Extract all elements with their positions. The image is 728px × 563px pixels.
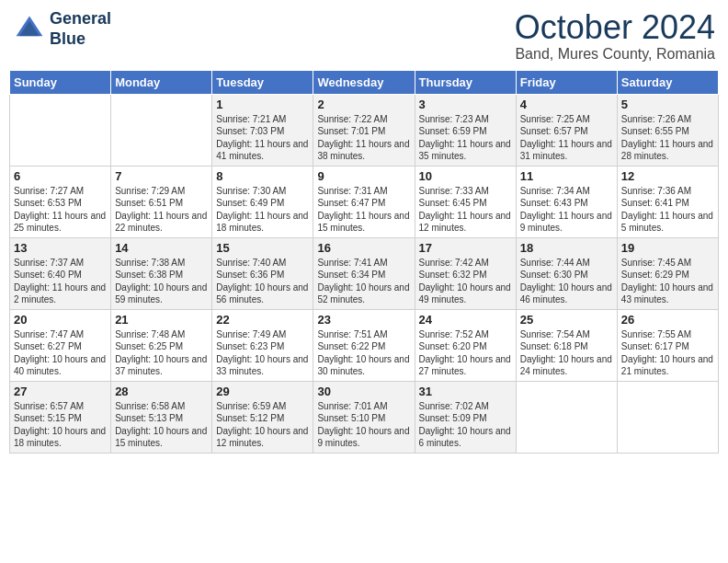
day-number: 11 — [520, 169, 613, 183]
cell-info: Sunrise: 7:38 AMSunset: 6:38 PMDaylight:… — [115, 257, 208, 306]
calendar-cell: 18Sunrise: 7:44 AMSunset: 6:30 PMDayligh… — [516, 237, 617, 309]
calendar-cell: 23Sunrise: 7:51 AMSunset: 6:22 PMDayligh… — [313, 309, 415, 381]
calendar-table: SundayMondayTuesdayWednesdayThursdayFrid… — [9, 70, 719, 454]
logo: General Blue — [13, 9, 111, 49]
calendar-cell: 16Sunrise: 7:41 AMSunset: 6:34 PMDayligh… — [313, 237, 415, 309]
calendar-cell — [111, 94, 212, 166]
cell-info: Sunrise: 7:30 AMSunset: 6:49 PMDaylight:… — [216, 185, 309, 235]
cell-info: Sunrise: 7:41 AMSunset: 6:34 PMDaylight:… — [317, 257, 410, 306]
cell-info: Sunrise: 7:23 AMSunset: 6:59 PMDaylight:… — [419, 113, 512, 163]
cell-info: Sunrise: 6:59 AMSunset: 5:12 PMDaylight:… — [216, 400, 309, 450]
calendar-cell — [10, 94, 111, 166]
day-number: 19 — [621, 241, 714, 255]
location-title: Band, Mures County, Romania — [515, 46, 715, 63]
calendar-cell: 8Sunrise: 7:30 AMSunset: 6:49 PMDaylight… — [212, 166, 313, 237]
cell-info: Sunrise: 7:42 AMSunset: 6:32 PMDaylight:… — [419, 257, 512, 306]
calendar-cell: 21Sunrise: 7:48 AMSunset: 6:25 PMDayligh… — [111, 309, 212, 381]
day-header-friday: Friday — [516, 70, 617, 94]
calendar-cell: 4Sunrise: 7:25 AMSunset: 6:57 PMDaylight… — [516, 94, 617, 166]
day-number: 15 — [216, 241, 309, 255]
cell-info: Sunrise: 7:34 AMSunset: 6:43 PMDaylight:… — [520, 185, 613, 235]
cell-info: Sunrise: 6:57 AMSunset: 5:15 PMDaylight:… — [14, 400, 107, 450]
cell-info: Sunrise: 7:29 AMSunset: 6:51 PMDaylight:… — [115, 185, 208, 235]
calendar-cell: 22Sunrise: 7:49 AMSunset: 6:23 PMDayligh… — [212, 309, 313, 381]
calendar-cell: 10Sunrise: 7:33 AMSunset: 6:45 PMDayligh… — [415, 166, 516, 237]
cell-info: Sunrise: 7:47 AMSunset: 6:27 PMDaylight:… — [14, 328, 107, 378]
day-number: 12 — [621, 169, 714, 183]
day-number: 21 — [115, 313, 208, 327]
cell-info: Sunrise: 7:22 AMSunset: 7:01 PMDaylight:… — [317, 113, 410, 163]
calendar-cell: 7Sunrise: 7:29 AMSunset: 6:51 PMDaylight… — [111, 166, 212, 237]
day-number: 1 — [216, 98, 309, 111]
day-header-thursday: Thursday — [415, 70, 516, 94]
day-number: 26 — [621, 313, 714, 327]
day-number: 2 — [317, 98, 410, 111]
calendar-cell: 6Sunrise: 7:27 AMSunset: 6:53 PMDaylight… — [10, 166, 111, 237]
cell-info: Sunrise: 7:44 AMSunset: 6:30 PMDaylight:… — [520, 257, 613, 306]
cell-info: Sunrise: 7:52 AMSunset: 6:20 PMDaylight:… — [419, 328, 512, 378]
cell-info: Sunrise: 7:01 AMSunset: 5:10 PMDaylight:… — [317, 400, 410, 450]
calendar-cell: 24Sunrise: 7:52 AMSunset: 6:20 PMDayligh… — [415, 309, 516, 381]
day-header-sunday: Sunday — [10, 70, 111, 94]
cell-info: Sunrise: 7:26 AMSunset: 6:55 PMDaylight:… — [621, 113, 714, 163]
calendar-cell: 29Sunrise: 6:59 AMSunset: 5:12 PMDayligh… — [212, 381, 313, 453]
cell-info: Sunrise: 7:27 AMSunset: 6:53 PMDaylight:… — [14, 185, 107, 235]
calendar-cell — [516, 381, 617, 453]
calendar-cell: 26Sunrise: 7:55 AMSunset: 6:17 PMDayligh… — [617, 309, 718, 381]
day-number: 8 — [216, 169, 309, 183]
calendar-week-row: 20Sunrise: 7:47 AMSunset: 6:27 PMDayligh… — [10, 309, 719, 381]
day-header-wednesday: Wednesday — [313, 70, 415, 94]
day-number: 22 — [216, 313, 309, 327]
calendar-header-row: SundayMondayTuesdayWednesdayThursdayFrid… — [10, 70, 719, 94]
cell-info: Sunrise: 7:21 AMSunset: 7:03 PMDaylight:… — [216, 113, 309, 163]
calendar-cell: 27Sunrise: 6:57 AMSunset: 5:15 PMDayligh… — [10, 381, 111, 453]
day-number: 27 — [14, 385, 107, 398]
cell-info: Sunrise: 7:25 AMSunset: 6:57 PMDaylight:… — [520, 113, 613, 163]
day-number: 28 — [115, 385, 208, 398]
day-number: 4 — [520, 98, 613, 111]
calendar-cell: 13Sunrise: 7:37 AMSunset: 6:40 PMDayligh… — [10, 237, 111, 309]
day-number: 3 — [419, 98, 512, 111]
cell-info: Sunrise: 6:58 AMSunset: 5:13 PMDaylight:… — [115, 400, 208, 450]
cell-info: Sunrise: 7:45 AMSunset: 6:29 PMDaylight:… — [621, 257, 714, 306]
cell-info: Sunrise: 7:51 AMSunset: 6:22 PMDaylight:… — [317, 328, 410, 378]
cell-info: Sunrise: 7:55 AMSunset: 6:17 PMDaylight:… — [621, 328, 714, 378]
cell-info: Sunrise: 7:48 AMSunset: 6:25 PMDaylight:… — [115, 328, 208, 378]
day-number: 24 — [419, 313, 512, 327]
calendar-cell: 5Sunrise: 7:26 AMSunset: 6:55 PMDaylight… — [617, 94, 718, 166]
day-number: 6 — [14, 169, 107, 183]
cell-info: Sunrise: 7:40 AMSunset: 6:36 PMDaylight:… — [216, 257, 309, 306]
day-number: 25 — [520, 313, 613, 327]
day-header-monday: Monday — [111, 70, 212, 94]
day-number: 18 — [520, 241, 613, 255]
calendar-week-row: 13Sunrise: 7:37 AMSunset: 6:40 PMDayligh… — [10, 237, 719, 309]
cell-info: Sunrise: 7:54 AMSunset: 6:18 PMDaylight:… — [520, 328, 613, 378]
calendar-week-row: 27Sunrise: 6:57 AMSunset: 5:15 PMDayligh… — [10, 381, 719, 453]
calendar-week-row: 1Sunrise: 7:21 AMSunset: 7:03 PMDaylight… — [10, 94, 719, 166]
day-header-tuesday: Tuesday — [212, 70, 313, 94]
calendar-cell: 25Sunrise: 7:54 AMSunset: 6:18 PMDayligh… — [516, 309, 617, 381]
day-number: 9 — [317, 169, 410, 183]
day-number: 31 — [419, 385, 512, 398]
calendar-cell: 17Sunrise: 7:42 AMSunset: 6:32 PMDayligh… — [415, 237, 516, 309]
page-header: General Blue October 2024 Band, Mures Co… — [9, 9, 719, 63]
day-number: 30 — [317, 385, 410, 398]
calendar-cell: 1Sunrise: 7:21 AMSunset: 7:03 PMDaylight… — [212, 94, 313, 166]
calendar-cell: 9Sunrise: 7:31 AMSunset: 6:47 PMDaylight… — [313, 166, 415, 237]
calendar-cell: 20Sunrise: 7:47 AMSunset: 6:27 PMDayligh… — [10, 309, 111, 381]
day-number: 7 — [115, 169, 208, 183]
calendar-cell: 28Sunrise: 6:58 AMSunset: 5:13 PMDayligh… — [111, 381, 212, 453]
day-header-saturday: Saturday — [617, 70, 718, 94]
calendar-cell: 19Sunrise: 7:45 AMSunset: 6:29 PMDayligh… — [617, 237, 718, 309]
day-number: 20 — [14, 313, 107, 327]
cell-info: Sunrise: 7:02 AMSunset: 5:09 PMDaylight:… — [419, 400, 512, 450]
calendar-cell: 15Sunrise: 7:40 AMSunset: 6:36 PMDayligh… — [212, 237, 313, 309]
calendar-cell: 14Sunrise: 7:38 AMSunset: 6:38 PMDayligh… — [111, 237, 212, 309]
cell-info: Sunrise: 7:33 AMSunset: 6:45 PMDaylight:… — [419, 185, 512, 235]
cell-info: Sunrise: 7:36 AMSunset: 6:41 PMDaylight:… — [621, 185, 714, 235]
day-number: 10 — [419, 169, 512, 183]
calendar-cell: 31Sunrise: 7:02 AMSunset: 5:09 PMDayligh… — [415, 381, 516, 453]
cell-info: Sunrise: 7:31 AMSunset: 6:47 PMDaylight:… — [317, 185, 410, 235]
day-number: 13 — [14, 241, 107, 255]
title-block: October 2024 Band, Mures County, Romania — [515, 9, 715, 63]
